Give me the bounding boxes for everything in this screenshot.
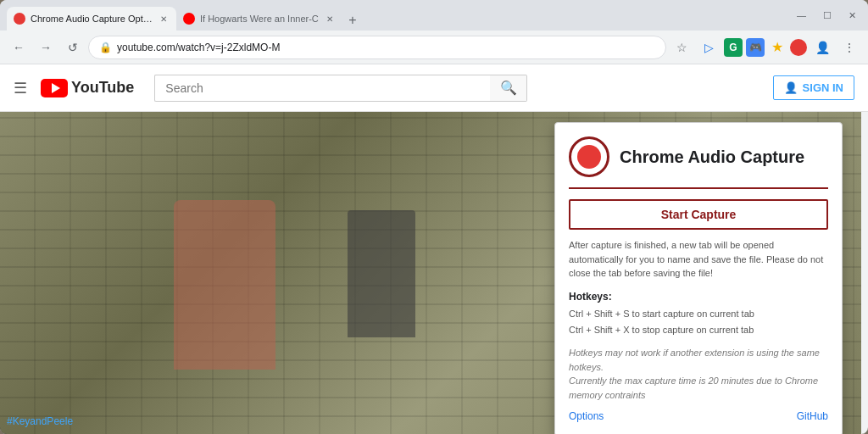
github-link[interactable]: GitHub <box>797 410 828 422</box>
person-icon: 👤 <box>784 81 798 94</box>
new-tab-button[interactable]: + <box>342 10 363 31</box>
address-text: youtube.com/watch?v=j-2ZxldMO-M <box>117 42 655 53</box>
bookmark-button[interactable]: ☆ <box>670 36 693 59</box>
browser-window: Chrome Audio Capture Options ✕ If Hogwar… <box>0 0 868 434</box>
youtube-logo-icon <box>41 79 68 97</box>
popup-note: Hotkeys may not work if another extensio… <box>569 346 828 402</box>
scrollbar[interactable] <box>861 64 868 434</box>
toolbar-icons: ☆ ▷ G 🎮 ★ 👤 ⋮ <box>670 36 861 59</box>
youtube-logo[interactable]: YouTube <box>41 79 134 97</box>
tab-hogwarts[interactable]: If Hogwarts Were an Inner-C ✕ <box>176 7 342 31</box>
video-figure-2 <box>348 210 415 337</box>
options-link[interactable]: Options <box>569 410 604 422</box>
address-bar[interactable]: 🔒 youtube.com/watch?v=j-2ZxldMO-M <box>88 36 666 59</box>
cast-icon: ▷ <box>704 41 714 54</box>
page-content: ☰ YouTube 🔍 👤 SIGN IN <box>0 64 868 434</box>
refresh-button[interactable]: ↺ <box>61 36 85 59</box>
popup-icon <box>569 136 609 177</box>
tab-title-hogwarts: If Hogwarts Were an Inner-C <box>200 14 319 24</box>
window-controls: — ☐ ✕ <box>792 8 861 23</box>
hotkeys-list: Ctrl + Shift + S to start capture on cur… <box>569 306 828 340</box>
start-capture-button[interactable]: Start Capture <box>569 199 828 230</box>
hotkeys-title: Hotkeys: <box>569 291 828 303</box>
hotkey-2: Ctrl + Shift + X to stop capture on curr… <box>569 322 828 339</box>
popup-description: After capture is finished, a new tab wil… <box>569 238 828 281</box>
close-button[interactable]: ✕ <box>843 8 861 23</box>
minimize-button[interactable]: — <box>792 8 811 22</box>
cast-button[interactable]: ▷ <box>697 36 721 59</box>
lock-icon: 🔒 <box>99 42 112 53</box>
record-icon <box>577 145 601 169</box>
extension-popup: Chrome Audio Capture Start Capture After… <box>554 122 843 434</box>
search-button[interactable]: 🔍 <box>490 75 527 102</box>
tabs-area: Chrome Audio Capture Options ✕ If Hogwar… <box>7 0 782 31</box>
youtube-logo-text: YouTube <box>71 79 134 97</box>
extension-icon-red[interactable] <box>790 39 807 56</box>
tab-audio-capture[interactable]: Chrome Audio Capture Options ✕ <box>7 7 176 31</box>
sign-in-label: SIGN IN <box>803 81 843 94</box>
tab-favicon-audio <box>14 13 25 25</box>
title-bar: Chrome Audio Capture Options ✕ If Hogwar… <box>0 0 868 31</box>
menu-button[interactable]: ⋮ <box>837 36 861 59</box>
back-button[interactable]: ← <box>7 36 31 59</box>
popup-footer: Options GitHub <box>569 410 828 422</box>
back-icon: ← <box>13 41 25 54</box>
youtube-header: ☰ YouTube 🔍 👤 SIGN IN <box>0 64 868 112</box>
video-hashtag: #KeyandPeele <box>7 415 73 427</box>
hamburger-menu[interactable]: ☰ <box>14 79 27 97</box>
note-line-1: Hotkeys may not work if another extensio… <box>569 348 820 372</box>
tab-close-audio[interactable]: ✕ <box>159 13 170 25</box>
forward-button[interactable]: → <box>34 36 58 59</box>
popup-header: Chrome Audio Capture <box>569 136 828 189</box>
search-container: 🔍 <box>154 75 527 102</box>
video-figure-1 <box>174 200 275 370</box>
profile-button[interactable]: 👤 <box>810 36 834 59</box>
hotkey-1: Ctrl + Shift + S to start capture on cur… <box>569 306 828 323</box>
popup-title: Chrome Audio Capture <box>620 147 804 167</box>
star-icon: ☆ <box>676 41 687 54</box>
maximize-button[interactable]: ☐ <box>818 8 837 23</box>
menu-icon: ⋮ <box>843 41 855 54</box>
tab-favicon-hogwarts <box>183 13 195 25</box>
hotkeys-section: Hotkeys: Ctrl + Shift + S to start captu… <box>569 291 828 340</box>
profile-icon: 👤 <box>815 41 830 54</box>
forward-icon: → <box>40 41 52 54</box>
tab-title-audio: Chrome Audio Capture Options <box>31 14 153 24</box>
note-line-2: Currently the max capture time is 20 min… <box>569 376 818 400</box>
tab-close-hogwarts[interactable]: ✕ <box>324 13 336 25</box>
toolbar: ← → ↺ 🔒 youtube.com/watch?v=j-2ZxldMO-M … <box>0 31 868 64</box>
sign-in-button[interactable]: 👤 SIGN IN <box>773 75 854 100</box>
extension-icon-green[interactable]: G <box>724 38 743 57</box>
extension-icon-star-yellow[interactable]: ★ <box>768 38 787 57</box>
refresh-icon: ↺ <box>68 41 78 54</box>
search-input[interactable] <box>154 75 490 102</box>
search-icon: 🔍 <box>500 80 517 96</box>
extension-icon-games[interactable]: 🎮 <box>746 38 765 57</box>
